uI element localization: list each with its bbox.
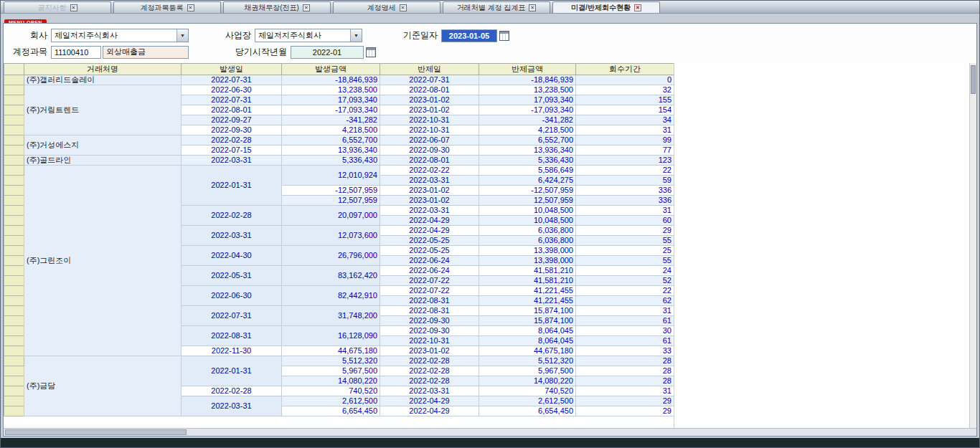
cell-collection-days[interactable]: 29 bbox=[576, 406, 674, 416]
cell-settlement-date[interactable]: 2023-01-02 bbox=[380, 196, 479, 206]
tab-account-detail[interactable]: 계정명세 ✕ bbox=[333, 1, 440, 13]
cell-settlement-date[interactable]: 2022-06-07 bbox=[380, 135, 479, 146]
cell-customer-name[interactable]: (주)골드라인 bbox=[24, 156, 182, 166]
cell-customer-name[interactable]: (주)그린조이 bbox=[24, 166, 182, 356]
cell-collection-days[interactable]: 154 bbox=[576, 105, 674, 115]
cell-settlement-amount[interactable]: 13,936,340 bbox=[479, 146, 576, 156]
cell-collection-days[interactable]: 24 bbox=[576, 266, 674, 276]
cell-occurrence-amount[interactable]: 26,796,000 bbox=[282, 246, 380, 266]
row-indicator[interactable] bbox=[4, 356, 24, 366]
cell-occurrence-date[interactable]: 2022-09-30 bbox=[182, 125, 282, 135]
cell-occurrence-amount[interactable]: 16,128,090 bbox=[282, 326, 380, 346]
cell-collection-days[interactable]: 29 bbox=[576, 396, 674, 406]
cell-occurrence-amount[interactable]: -12,507,959 bbox=[282, 186, 380, 196]
cell-settlement-date[interactable]: 2022-09-30 bbox=[380, 316, 479, 326]
cell-occurrence-amount[interactable]: 14,080,220 bbox=[282, 376, 380, 386]
cell-settlement-date[interactable]: 2022-10-31 bbox=[380, 115, 479, 125]
cell-occurrence-amount[interactable]: -341,282 bbox=[282, 115, 380, 125]
row-indicator[interactable] bbox=[4, 115, 24, 125]
horizontal-scrollbar-thumb[interactable] bbox=[5, 429, 187, 435]
header-settlement-date[interactable]: 반제일 bbox=[380, 64, 479, 75]
cell-settlement-amount[interactable]: 5,967,500 bbox=[479, 366, 576, 376]
calendar-icon[interactable] bbox=[499, 31, 509, 41]
cell-occurrence-date[interactable]: 2022-02-28 bbox=[182, 135, 282, 146]
cell-settlement-amount[interactable]: 12,507,959 bbox=[479, 196, 576, 206]
cell-occurrence-amount[interactable]: -18,846,939 bbox=[282, 75, 380, 85]
cell-settlement-amount[interactable]: 8,064,045 bbox=[479, 336, 576, 346]
cell-settlement-amount[interactable]: 41,581,210 bbox=[479, 266, 576, 276]
cell-occurrence-amount[interactable]: 5,512,320 bbox=[282, 356, 380, 366]
cell-settlement-amount[interactable]: 15,874,100 bbox=[479, 316, 576, 326]
cell-collection-days[interactable]: 336 bbox=[576, 196, 674, 206]
cell-settlement-amount[interactable]: 17,093,340 bbox=[479, 95, 576, 105]
cell-collection-days[interactable]: 22 bbox=[576, 286, 674, 296]
cell-occurrence-amount[interactable]: 31,748,200 bbox=[282, 306, 380, 326]
row-indicator[interactable] bbox=[4, 135, 24, 146]
row-indicator[interactable] bbox=[4, 156, 24, 166]
cell-settlement-date[interactable]: 2022-09-30 bbox=[380, 326, 479, 336]
cell-occurrence-amount[interactable]: 82,442,910 bbox=[282, 286, 380, 306]
cell-settlement-amount[interactable]: -341,282 bbox=[479, 115, 576, 125]
company-select[interactable]: 제일저지주식회사 ▼ bbox=[51, 29, 189, 42]
cell-settlement-amount[interactable]: 41,221,455 bbox=[479, 286, 576, 296]
row-indicator[interactable] bbox=[4, 386, 24, 396]
cell-occurrence-date[interactable]: 2022-09-27 bbox=[182, 115, 282, 125]
tab-receivable-ledger[interactable]: 채권채무장(전표) ✕ bbox=[223, 1, 331, 13]
cell-settlement-date[interactable]: 2022-03-31 bbox=[380, 386, 479, 396]
cell-occurrence-amount[interactable]: 20,097,000 bbox=[282, 206, 380, 226]
cell-collection-days[interactable]: 28 bbox=[576, 376, 674, 386]
cell-settlement-date[interactable]: 2022-02-28 bbox=[380, 376, 479, 386]
cell-occurrence-date[interactable]: 2022-07-31 bbox=[182, 95, 282, 105]
cell-settlement-amount[interactable]: 41,221,455 bbox=[479, 296, 576, 306]
tab-close-icon[interactable]: ✕ bbox=[187, 4, 194, 11]
cell-collection-days[interactable]: 22 bbox=[576, 166, 674, 176]
cell-collection-days[interactable]: 28 bbox=[576, 366, 674, 376]
cell-settlement-amount[interactable]: 2,612,500 bbox=[479, 396, 576, 406]
cell-settlement-amount[interactable]: 6,036,800 bbox=[479, 226, 576, 236]
cell-occurrence-amount[interactable]: 13,238,500 bbox=[282, 85, 380, 95]
cell-occurrence-amount[interactable]: 6,552,700 bbox=[282, 135, 380, 146]
row-indicator[interactable] bbox=[4, 286, 24, 296]
cell-collection-days[interactable]: 55 bbox=[576, 256, 674, 266]
row-indicator[interactable] bbox=[4, 296, 24, 306]
cell-settlement-date[interactable]: 2022-02-28 bbox=[380, 366, 479, 376]
cell-occurrence-date[interactable]: 2022-06-30 bbox=[182, 85, 282, 95]
row-indicator[interactable] bbox=[4, 95, 24, 105]
cell-occurrence-amount[interactable]: 44,675,180 bbox=[282, 346, 380, 356]
cell-collection-days[interactable]: 59 bbox=[576, 176, 674, 186]
cell-occurrence-date[interactable]: 2022-07-31 bbox=[182, 75, 282, 85]
cell-settlement-amount[interactable]: 6,552,700 bbox=[479, 135, 576, 146]
header-collection-period[interactable]: 회수기간 bbox=[576, 64, 674, 75]
cell-settlement-amount[interactable]: 13,238,500 bbox=[479, 85, 576, 95]
cell-settlement-amount[interactable]: 740,520 bbox=[479, 386, 576, 396]
row-indicator[interactable] bbox=[4, 396, 24, 406]
cell-settlement-amount[interactable]: 8,064,045 bbox=[479, 326, 576, 336]
cell-occurrence-date[interactable]: 2022-07-15 bbox=[182, 146, 282, 156]
header-occurrence-date[interactable]: 발생일 bbox=[182, 64, 282, 75]
cell-occurrence-date[interactable]: 2022-05-31 bbox=[182, 266, 282, 286]
row-indicator[interactable] bbox=[4, 266, 24, 276]
cell-collection-days[interactable]: 33 bbox=[576, 346, 674, 356]
vertical-scrollbar[interactable] bbox=[969, 63, 976, 428]
row-indicator[interactable] bbox=[4, 186, 24, 196]
cell-settlement-date[interactable]: 2022-04-29 bbox=[380, 226, 479, 236]
vertical-scrollbar-thumb[interactable] bbox=[971, 65, 976, 94]
cell-occurrence-date[interactable]: 2022-01-31 bbox=[182, 166, 282, 206]
cell-occurrence-amount[interactable]: 17,093,340 bbox=[282, 95, 380, 105]
cell-occurrence-amount[interactable]: 2,612,500 bbox=[282, 396, 380, 406]
cell-settlement-date[interactable]: 2022-03-31 bbox=[380, 176, 479, 186]
row-indicator[interactable] bbox=[4, 236, 24, 246]
cell-settlement-date[interactable]: 2022-05-25 bbox=[380, 246, 479, 256]
row-indicator[interactable] bbox=[4, 146, 24, 156]
cell-occurrence-amount[interactable]: 4,218,500 bbox=[282, 125, 380, 135]
row-indicator[interactable] bbox=[4, 306, 24, 316]
cell-settlement-amount[interactable]: 6,424,275 bbox=[479, 176, 576, 186]
tab-close-icon[interactable]: ✕ bbox=[303, 4, 310, 11]
tab-close-icon[interactable]: ✕ bbox=[634, 4, 641, 11]
row-indicator[interactable] bbox=[4, 336, 24, 346]
cell-collection-days[interactable]: 0 bbox=[576, 75, 674, 85]
cell-settlement-amount[interactable]: 10,048,500 bbox=[479, 216, 576, 226]
tab-close-icon[interactable]: ✕ bbox=[70, 4, 77, 11]
cell-settlement-date[interactable]: 2022-04-29 bbox=[380, 216, 479, 226]
cell-settlement-date[interactable]: 2023-01-02 bbox=[380, 95, 479, 105]
